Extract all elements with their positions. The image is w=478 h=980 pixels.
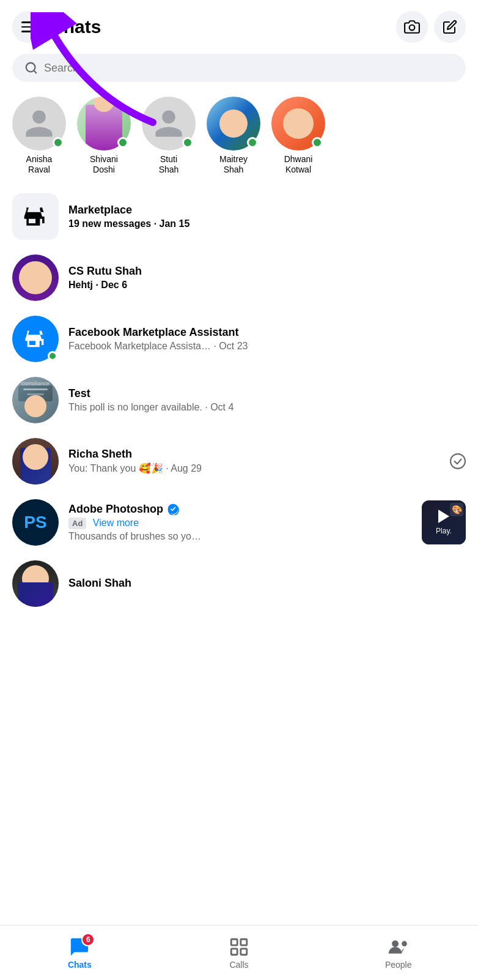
- header-actions: [396, 11, 466, 43]
- svg-rect-7: [231, 948, 237, 954]
- chat-list: Marketplace 19 new messages · Jan 15 CS …: [0, 186, 478, 675]
- search-icon: [24, 61, 38, 75]
- chat-name: Test: [68, 387, 466, 400]
- chat-content: CS Rutu Shah Hehtj · Dec 6: [68, 265, 466, 291]
- menu-badge: 1: [31, 12, 43, 24]
- people-nav-icon: [387, 937, 410, 957]
- chat-item[interactable]: Saloni Shah: [0, 553, 478, 614]
- story-name: DhwaniKotwal: [284, 154, 313, 175]
- play-icon: [438, 510, 449, 523]
- avatar: [207, 97, 260, 150]
- page-title: Chats: [50, 17, 396, 37]
- chat-name: Saloni Shah: [68, 577, 466, 590]
- read-receipt-icon: [450, 453, 466, 469]
- svg-rect-6: [241, 939, 247, 945]
- story-item[interactable]: StutiShah: [142, 97, 196, 175]
- story-item[interactable]: DhwaniKotwal: [271, 97, 325, 175]
- camera-button[interactable]: [396, 11, 428, 43]
- marketplace-avatar: [12, 193, 59, 240]
- story-item[interactable]: AnishaRaval: [12, 97, 66, 175]
- chat-item[interactable]: Richa Sheth You: Thank you 🥰🎉 · Aug 29: [0, 431, 478, 492]
- svg-point-0: [410, 25, 415, 31]
- svg-line-3: [34, 70, 36, 73]
- avatar: [12, 97, 66, 150]
- header: 1 Chats: [0, 0, 478, 49]
- chat-meta: You: Thank you 🥰🎉 · Aug 29: [68, 462, 440, 474]
- edit-icon: [443, 20, 457, 34]
- nav-item-people[interactable]: People: [318, 932, 478, 974]
- online-indicator: [117, 137, 128, 148]
- story-name: MaitreyShah: [219, 154, 248, 175]
- online-indicator: [48, 351, 57, 361]
- chat-name: Marketplace: [68, 204, 466, 217]
- ad-badge: Ad: [68, 518, 86, 529]
- chat-meta: This poll is no longer available. · Oct …: [68, 402, 466, 413]
- chat-item[interactable]: Facebook Marketplace Assistant Facebook …: [0, 308, 478, 369]
- chat-content: Saloni Shah: [68, 577, 466, 590]
- chat-meta: Hehtj · Dec 6: [68, 280, 466, 291]
- chat-content: Richa Sheth You: Thank you 🥰🎉 · Aug 29: [68, 448, 440, 474]
- chat-name: Facebook Marketplace Assistant: [68, 326, 466, 339]
- chat-avatar: compliance: [12, 377, 59, 423]
- nav-icon-wrap: [229, 937, 249, 957]
- chat-meta: 19 new messages · Jan 15: [68, 218, 466, 229]
- nav-item-chats[interactable]: 6 Chats: [0, 932, 160, 974]
- nav-icon-wrap: [387, 937, 410, 957]
- nav-item-calls[interactable]: Calls: [160, 932, 319, 974]
- fb-marketplace-avatar: [12, 316, 59, 362]
- online-indicator: [182, 137, 193, 148]
- stories-row: AnishaRaval ShivaniDoshi StutiShah: [0, 91, 478, 186]
- nav-label: Calls: [229, 960, 248, 970]
- chat-item[interactable]: Marketplace 19 new messages · Jan 15: [0, 186, 478, 247]
- chat-item[interactable]: compliance Test This poll is no longer a…: [0, 369, 478, 431]
- nav-label: Chats: [68, 960, 92, 970]
- ad-view-more[interactable]: View more: [93, 518, 139, 528]
- verified-icon: [167, 503, 179, 515]
- chat-content: Test This poll is no longer available. ·…: [68, 387, 466, 413]
- online-indicator: [247, 137, 258, 148]
- search-wrapper[interactable]: [12, 54, 466, 82]
- chat-content: Adobe Photoshop Ad View more Thousands o…: [68, 503, 412, 542]
- chat-meta: Ad View more: [68, 518, 412, 529]
- avatar: [142, 97, 196, 150]
- chat-name: Adobe Photoshop: [68, 503, 412, 516]
- ad-thumbnail[interactable]: 🎨 Play.: [422, 500, 466, 544]
- chat-avatar: [12, 254, 59, 301]
- svg-rect-8: [241, 948, 247, 954]
- store-icon: [22, 203, 49, 230]
- menu-button[interactable]: 1: [12, 11, 44, 43]
- story-item[interactable]: MaitreyShah: [207, 97, 260, 175]
- svg-point-10: [402, 941, 407, 946]
- nav-label: People: [385, 960, 412, 970]
- edit-button[interactable]: [434, 11, 466, 43]
- chat-avatar: [12, 560, 59, 607]
- ps-avatar: PS: [12, 499, 59, 546]
- chat-ad-meta: Thousands of brushes so yo…: [68, 531, 412, 542]
- search-input[interactable]: [44, 62, 454, 75]
- svg-point-4: [450, 454, 465, 469]
- story-item[interactable]: ShivaniDoshi: [77, 97, 131, 175]
- online-indicator: [312, 137, 323, 148]
- nav-badge: 6: [81, 933, 95, 946]
- story-name: AnishaRaval: [26, 154, 53, 175]
- search-bar: [12, 54, 466, 82]
- nav-icon-wrap: 6: [69, 937, 90, 957]
- online-indicator: [53, 137, 64, 148]
- svg-point-9: [392, 940, 399, 947]
- avatar: [271, 97, 325, 150]
- ad-play-label: Play.: [436, 527, 452, 535]
- avatar: [77, 97, 131, 150]
- svg-rect-5: [231, 939, 237, 945]
- story-name: StutiShah: [159, 154, 179, 175]
- chat-item[interactable]: CS Rutu Shah Hehtj · Dec 6: [0, 247, 478, 308]
- calls-nav-icon: [229, 937, 249, 957]
- chat-name: Richa Sheth: [68, 448, 440, 461]
- camera-icon: [404, 19, 420, 35]
- chat-content: Marketplace 19 new messages · Jan 15: [68, 204, 466, 229]
- chat-meta: Facebook Marketplace Assista… · Oct 23: [68, 341, 466, 352]
- story-name: ShivaniDoshi: [90, 154, 118, 175]
- chat-item[interactable]: PS Adobe Photoshop Ad View more Thousand…: [0, 492, 478, 553]
- marketplace-icon: [23, 327, 48, 351]
- chat-avatar: [12, 438, 59, 484]
- bottom-navigation: 6 Chats Calls People: [0, 925, 478, 980]
